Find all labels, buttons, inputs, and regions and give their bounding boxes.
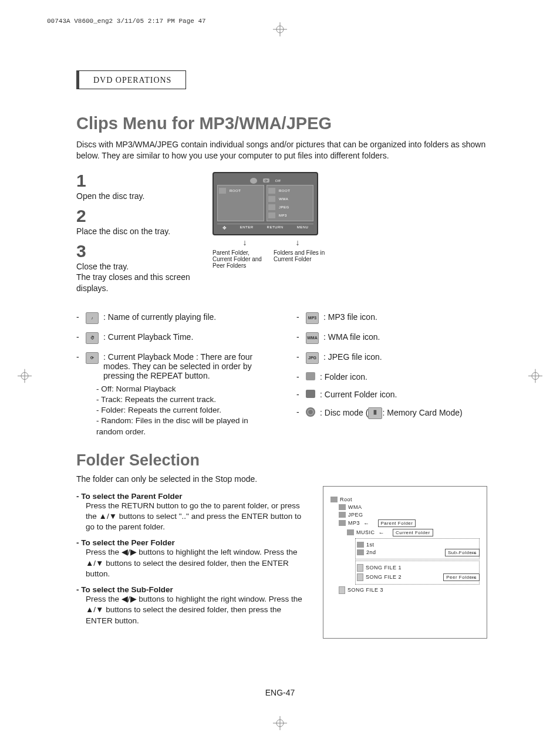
folder-tree-diagram: Root WMA JPEG MP3←Parent Folder MUSIC←Cu… <box>323 486 487 639</box>
arrow-down-icon: ↓ <box>243 238 247 247</box>
diagram-caption-left: Parent Folder, Current Folder and Peer F… <box>212 249 269 269</box>
tv-off-label: Off <box>275 179 281 183</box>
repeat-badge: ⟳ <box>263 178 269 183</box>
tv-diagram: ⟳ Off ROOT ROOT WMA JPEG MP3 <box>212 172 330 299</box>
select-parent-heading: - To select the Parent Folder <box>76 492 305 501</box>
step-num-2: 2 <box>76 207 200 225</box>
select-peer-body: Press the ◀/▶ buttons to highlight the l… <box>86 547 305 579</box>
nowplaying-icon: ♪ <box>86 312 99 324</box>
step-text-1: Open the disc tray. <box>76 191 200 201</box>
step-num-1: 1 <box>76 172 200 190</box>
registration-target-top-icon <box>273 22 287 40</box>
disc-mode-icon <box>306 407 315 417</box>
steps-list: 1 Open the disc tray. 2 Place the disc o… <box>76 172 200 299</box>
crop-mark: 00743A V8600_eng2 3/11/05 2:17 PM Page 4… <box>47 18 206 25</box>
page-title: Clips Menu for MP3/WMA/JPEG <box>76 114 487 133</box>
folder-intro: The folder can only be selected in the S… <box>76 474 487 484</box>
select-parent-body: Press the RETURN button to go the to par… <box>86 501 305 533</box>
arrow-down-icon: ↓ <box>296 238 300 247</box>
jpeg-file-icon: JPG <box>306 352 319 364</box>
disc-icon <box>250 178 257 184</box>
memory-card-icon: ≣ <box>368 407 382 419</box>
repeat-icon: ⟳ <box>86 352 99 364</box>
intro-text: Discs with MP3/WMA/JPEG contain individu… <box>76 139 487 161</box>
icon-legend-right: -MP3: MP3 file icon. -WMA: WMA file icon… <box>296 309 487 437</box>
wma-file-icon: WMA <box>306 332 319 344</box>
icon-legend-left: -♪: Name of currently playing file. -⏱: … <box>76 309 267 437</box>
mp3-file-icon: MP3 <box>306 312 319 324</box>
select-sub-heading: - To select the Sub-Folder <box>76 585 305 594</box>
registration-target-left-icon <box>18 369 32 387</box>
registration-target-bottom-icon <box>273 716 287 734</box>
section-header: DVD OPERATIONS <box>76 70 186 89</box>
step-text-3: Close the tray. The tray closes and this… <box>76 261 200 293</box>
tv-right-panel: ROOT WMA JPEG MP3 <box>266 185 313 221</box>
clock-icon: ⏱ <box>86 332 99 344</box>
select-sub-body: Press the ◀/▶ buttons to highlight the r… <box>86 594 305 626</box>
page-number: ENG-47 <box>0 688 560 697</box>
subtitle: Folder Selection <box>76 451 487 470</box>
folder-icon <box>306 372 315 380</box>
current-folder-icon <box>306 390 315 398</box>
section-header-label: DVD OPERATIONS <box>93 76 171 85</box>
registration-target-right-icon <box>528 369 542 387</box>
step-num-3: 3 <box>76 242 200 260</box>
diagram-caption-right: Folders and Files in Current Folder <box>274 249 330 269</box>
tv-left-panel: ROOT <box>217 185 264 221</box>
step-text-2: Place the disc on the tray. <box>76 226 200 237</box>
select-peer-heading: - To select the Peer Folder <box>76 538 305 547</box>
